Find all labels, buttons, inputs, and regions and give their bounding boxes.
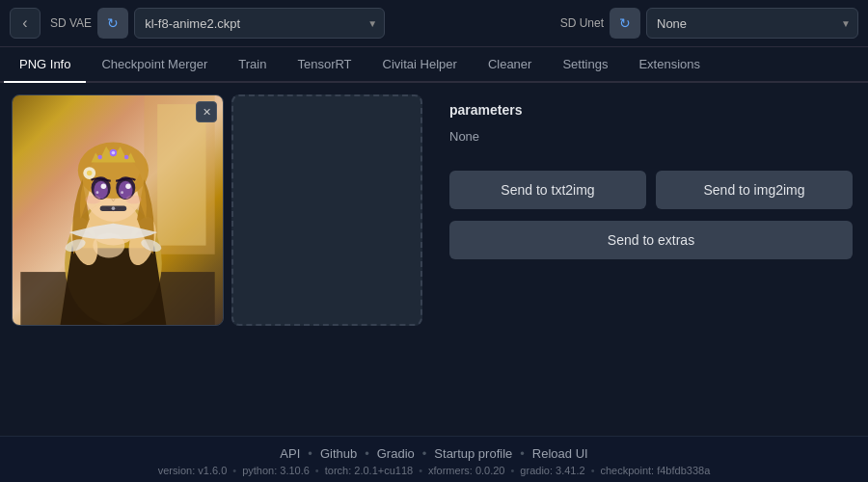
version-text: version: v1.6.0 xyxy=(158,465,228,476)
footer-dot-4: • xyxy=(520,446,525,461)
send-extras-btn[interactable]: Send to extras xyxy=(449,221,853,259)
top-bar: ‹ SD VAE ↻ kl-f8-anime2.ckpt ▼ SD Unet ↻… xyxy=(0,0,868,47)
svg-point-17 xyxy=(87,171,92,175)
svg-point-25 xyxy=(121,191,123,194)
params-label: parameters xyxy=(449,102,853,118)
unet-select[interactable]: None xyxy=(646,8,858,39)
vae-label: SD VAE xyxy=(50,16,92,30)
params-value: None xyxy=(449,129,853,144)
torch-text: torch: 2.0.1+cu118 xyxy=(325,465,413,476)
sep4: • xyxy=(511,465,515,476)
sep1: • xyxy=(232,465,236,476)
svg-rect-1 xyxy=(157,104,205,245)
sep2: • xyxy=(315,465,319,476)
vae-group: SD VAE ↻ kl-f8-anime2.ckpt ▼ xyxy=(50,8,385,39)
nav-arrow-btn[interactable]: ‹ xyxy=(10,8,41,39)
anime-character-svg xyxy=(13,95,223,325)
footer-dot-3: • xyxy=(422,446,427,461)
tab-train[interactable]: Train xyxy=(223,47,282,83)
secondary-buttons-row: Send to extras xyxy=(449,221,853,259)
info-panel: parameters None Send to txt2img Send to … xyxy=(434,83,868,436)
tab-checkpoint-merger[interactable]: Checkpoint Merger xyxy=(86,47,223,83)
svg-point-13 xyxy=(97,155,102,160)
footer-links: API • Github • Gradio • Startup profile … xyxy=(0,446,868,461)
unet-group: SD Unet ↻ None ▼ xyxy=(560,8,858,39)
footer-gradio-link[interactable]: Gradio xyxy=(377,446,415,461)
send-img2img-btn[interactable]: Send to img2img xyxy=(656,171,853,209)
tab-tensorrt[interactable]: TensorRT xyxy=(282,47,366,83)
python-text: python: 3.10.6 xyxy=(242,465,310,476)
footer-version-info: version: v1.6.0 • python: 3.10.6 • torch… xyxy=(0,465,868,476)
main-content: ✕ parameters None Send to txt2img Send t… xyxy=(0,83,868,436)
vae-refresh-btn[interactable]: ↻ xyxy=(97,8,128,39)
footer-api-link[interactable]: API xyxy=(280,446,300,461)
vae-select-wrapper: kl-f8-anime2.ckpt ▼ xyxy=(134,8,385,39)
svg-point-22 xyxy=(101,184,106,189)
nav-tabs: PNG Info Checkpoint Merger Train TensorR… xyxy=(0,47,868,83)
image-panel: ✕ xyxy=(0,83,434,436)
image-container: ✕ xyxy=(12,94,224,326)
footer: API • Github • Gradio • Startup profile … xyxy=(0,436,868,482)
footer-dot-2: • xyxy=(365,446,369,461)
primary-buttons-row: Send to txt2img Send to img2img xyxy=(449,171,853,209)
gradio-text: gradio: 3.41.2 xyxy=(520,465,584,476)
sep5: • xyxy=(591,465,595,476)
svg-point-29 xyxy=(112,206,116,210)
svg-point-14 xyxy=(124,155,129,160)
vae-select[interactable]: kl-f8-anime2.ckpt xyxy=(134,8,385,39)
tab-extensions[interactable]: Extensions xyxy=(623,47,716,83)
xformers-text: xformers: 0.0.20 xyxy=(428,465,504,476)
sep3: • xyxy=(419,465,422,476)
drop-zone[interactable] xyxy=(231,94,422,326)
unet-refresh-btn[interactable]: ↻ xyxy=(610,8,640,39)
unet-select-wrapper: None ▼ xyxy=(646,8,858,39)
close-image-btn[interactable]: ✕ xyxy=(196,101,217,122)
image-placeholder xyxy=(13,95,223,325)
tab-cleaner[interactable]: Cleaner xyxy=(473,47,548,83)
svg-point-15 xyxy=(112,151,116,155)
tab-png-info[interactable]: PNG Info xyxy=(4,47,86,83)
unet-label: SD Unet xyxy=(560,16,604,30)
svg-point-24 xyxy=(96,191,99,194)
footer-github-link[interactable]: Github xyxy=(320,446,357,461)
tab-settings[interactable]: Settings xyxy=(547,47,623,83)
footer-reload-ui-link[interactable]: Reload UI xyxy=(532,446,588,461)
svg-point-26 xyxy=(85,195,100,203)
footer-dot-1: • xyxy=(308,446,312,461)
tab-civitai-helper[interactable]: Civitai Helper xyxy=(367,47,473,83)
svg-point-27 xyxy=(125,195,141,203)
footer-startup-profile-link[interactable]: Startup profile xyxy=(434,446,512,461)
svg-point-23 xyxy=(125,184,130,189)
send-txt2img-btn[interactable]: Send to txt2img xyxy=(449,171,646,209)
checkpoint-text: checkpoint: f4bfdb338a xyxy=(601,465,711,476)
